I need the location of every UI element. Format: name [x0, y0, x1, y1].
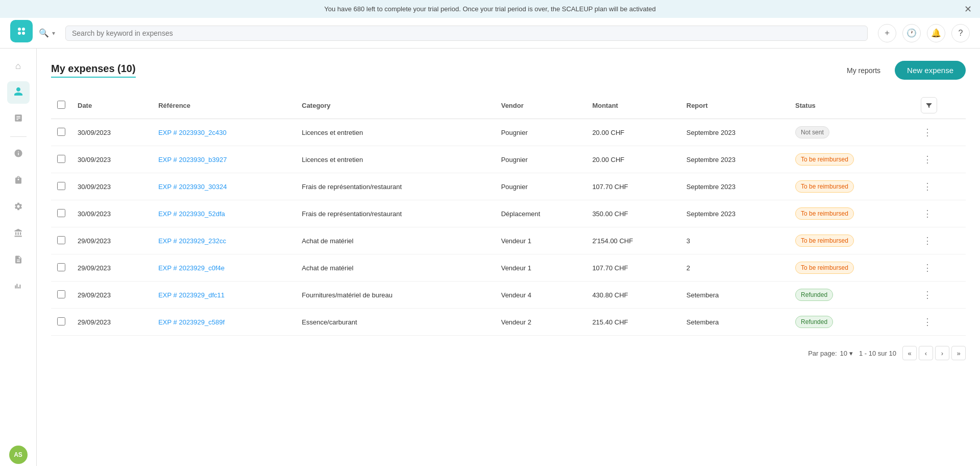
- cell-status: Refunded: [789, 309, 915, 336]
- per-page-select[interactable]: 10 ▾: [840, 350, 853, 357]
- expense-link-5[interactable]: EXP # 2023929_c0f4e: [158, 264, 225, 272]
- add-button[interactable]: ＋: [878, 24, 896, 42]
- search-bar[interactable]: [65, 26, 868, 41]
- pagination: Par page: 10 ▾ 1 - 10 sur 10 « ‹ › »: [51, 346, 966, 360]
- row-menu-button-1[interactable]: ⋮: [921, 154, 934, 165]
- sidebar-item-bag[interactable]: [7, 170, 30, 192]
- svg-point-1: [22, 28, 25, 31]
- cell-status: To be reimbursed: [789, 200, 915, 227]
- cell-category: Fournitures/matériel de bureau: [296, 282, 495, 309]
- svg-point-3: [22, 32, 25, 35]
- per-page-value: 10: [840, 350, 847, 357]
- col-status: Status: [789, 92, 915, 119]
- sidebar-item-analytics[interactable]: [7, 276, 30, 298]
- cell-status: Refunded: [789, 282, 915, 309]
- cell-date: 30/09/2023: [71, 173, 152, 200]
- status-badge: Refunded: [795, 316, 833, 328]
- user-icon: [13, 86, 23, 99]
- cell-amount: 430.80 CHF: [586, 282, 680, 309]
- bell-icon: 🔔: [931, 28, 941, 38]
- cell-report: Septembre 2023: [680, 200, 789, 227]
- cell-amount: 107.70 CHF: [586, 173, 680, 200]
- cell-vendor: Pougnier: [495, 173, 586, 200]
- cell-category: Licences et entretien: [296, 146, 495, 173]
- cell-category: Frais de représentation/restaurant: [296, 200, 495, 227]
- cell-category: Licences et entretien: [296, 119, 495, 146]
- row-checkbox-6[interactable]: [57, 290, 65, 298]
- expense-link-7[interactable]: EXP # 2023929_c589f: [158, 318, 225, 326]
- sidebar-item-bank[interactable]: [7, 223, 30, 245]
- sidebar-item-settings[interactable]: [7, 196, 30, 219]
- cell-report: 2: [680, 254, 789, 282]
- col-category: Category: [296, 92, 495, 119]
- prev-page-button[interactable]: ‹: [919, 346, 933, 360]
- docs-icon: [14, 255, 23, 267]
- expense-link-0[interactable]: EXP # 2023930_2c430: [158, 129, 227, 136]
- col-date: Date: [71, 92, 152, 119]
- expense-link-4[interactable]: EXP # 2023929_232cc: [158, 237, 226, 245]
- cell-date: 30/09/2023: [71, 146, 152, 173]
- budget-icon: [14, 149, 23, 160]
- sidebar-item-home[interactable]: ⌂: [7, 55, 30, 77]
- pagination-range: 1 - 10 sur 10: [859, 350, 896, 357]
- sidebar-item-budget[interactable]: [7, 143, 30, 166]
- row-checkbox-5[interactable]: [57, 263, 65, 271]
- table-row: 29/09/2023 EXP # 2023929_c0f4e Achat de …: [51, 254, 966, 282]
- cell-vendor: Vendeur 1: [495, 227, 586, 254]
- row-menu-button-2[interactable]: ⋮: [921, 181, 934, 192]
- my-reports-button[interactable]: My reports: [839, 62, 889, 79]
- row-checkbox-3[interactable]: [57, 209, 65, 217]
- status-badge: To be reimbursed: [795, 153, 854, 166]
- trial-banner: You have 680 left to complete your trial…: [0, 0, 980, 18]
- row-menu-button-4[interactable]: ⋮: [921, 235, 934, 246]
- search-input[interactable]: [72, 29, 861, 37]
- notifications-button[interactable]: 🔔: [927, 24, 945, 42]
- row-checkbox-2[interactable]: [57, 182, 65, 190]
- table-row: 30/09/2023 EXP # 2023930_52dfa Frais de …: [51, 200, 966, 227]
- expense-link-1[interactable]: EXP # 2023930_b3927: [158, 156, 227, 164]
- first-page-button[interactable]: «: [902, 346, 917, 360]
- row-checkbox-4[interactable]: [57, 236, 65, 244]
- cell-reference: EXP # 2023929_dfc11: [152, 282, 296, 309]
- next-page-button[interactable]: ›: [935, 346, 949, 360]
- row-menu-button-0[interactable]: ⋮: [921, 127, 934, 138]
- search-dropdown-arrow[interactable]: ▾: [52, 30, 55, 37]
- expense-link-2[interactable]: EXP # 2023930_30324: [158, 183, 227, 191]
- clock-button[interactable]: 🕐: [902, 24, 921, 42]
- filter-button[interactable]: [921, 97, 937, 113]
- sidebar-item-reports[interactable]: [7, 108, 30, 130]
- pagination-buttons: « ‹ › »: [902, 346, 966, 360]
- sidebar-item-users[interactable]: [7, 81, 30, 104]
- per-page-label: Par page:: [808, 350, 837, 357]
- row-checkbox-7[interactable]: [57, 317, 65, 325]
- cell-vendor: Vendeur 2: [495, 309, 586, 336]
- status-badge: To be reimbursed: [795, 180, 854, 193]
- cell-vendor: Déplacement: [495, 200, 586, 227]
- sidebar-item-docs[interactable]: [7, 249, 30, 272]
- row-menu-button-5[interactable]: ⋮: [921, 262, 934, 273]
- expense-link-6[interactable]: EXP # 2023929_dfc11: [158, 291, 225, 299]
- last-page-button[interactable]: »: [951, 346, 966, 360]
- table-row: 30/09/2023 EXP # 2023930_30324 Frais de …: [51, 173, 966, 200]
- row-checkbox-0[interactable]: [57, 128, 65, 136]
- cell-status: To be reimbursed: [789, 227, 915, 254]
- cell-reference: EXP # 2023930_52dfa: [152, 200, 296, 227]
- page-header: My expenses (10) My reports New expense: [51, 61, 966, 80]
- cell-vendor: Vendeur 4: [495, 282, 586, 309]
- row-menu-button-6[interactable]: ⋮: [921, 289, 934, 300]
- row-menu-button-7[interactable]: ⋮: [921, 316, 934, 328]
- cell-reference: EXP # 2023929_c589f: [152, 309, 296, 336]
- new-expense-button[interactable]: New expense: [895, 61, 966, 80]
- row-menu-button-3[interactable]: ⋮: [921, 208, 934, 219]
- table-row: 30/09/2023 EXP # 2023930_2c430 Licences …: [51, 119, 966, 146]
- user-avatar[interactable]: AS: [9, 446, 28, 464]
- question-icon: ?: [959, 29, 963, 38]
- analytics-icon: [14, 282, 23, 293]
- close-banner-button[interactable]: ✕: [964, 4, 972, 15]
- expense-link-3[interactable]: EXP # 2023930_52dfa: [158, 210, 225, 218]
- help-button[interactable]: ?: [951, 24, 970, 42]
- row-checkbox-1[interactable]: [57, 155, 65, 163]
- cell-category: Essence/carburant: [296, 309, 495, 336]
- cell-date: 30/09/2023: [71, 119, 152, 146]
- select-all-checkbox[interactable]: [57, 101, 65, 109]
